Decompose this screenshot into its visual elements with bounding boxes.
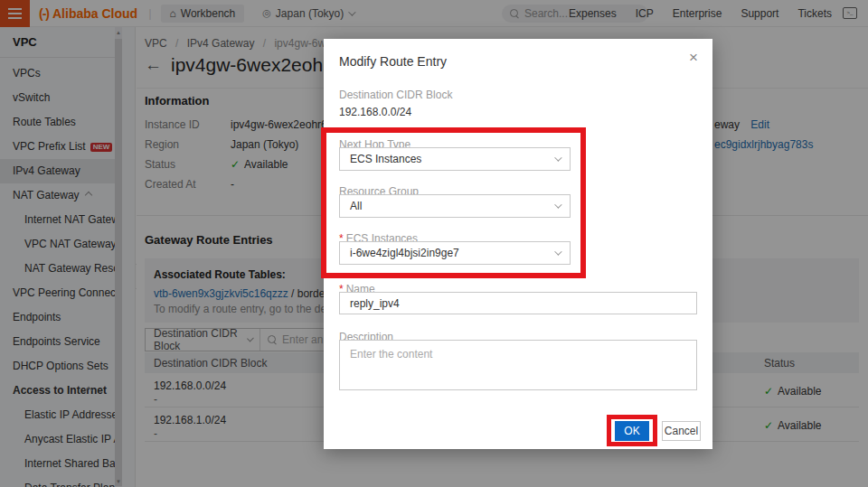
next-hop-type-select[interactable]: ECS Instances <box>339 147 571 171</box>
close-icon[interactable]: × <box>689 49 698 67</box>
chevron-down-icon <box>554 248 561 255</box>
resource-group-select[interactable]: All <box>339 194 571 218</box>
modal-title: Modify Route Entry <box>339 54 447 69</box>
chevron-down-icon <box>554 154 561 161</box>
chevron-down-icon <box>554 201 561 208</box>
ecs-instances-select[interactable]: i-6we4zigl4bjsi2in9ge7 <box>339 241 571 265</box>
cancel-button[interactable]: Cancel <box>662 421 701 441</box>
ok-button[interactable]: OK <box>615 421 649 441</box>
name-input[interactable] <box>339 292 697 314</box>
dest-cidr-label: Destination CIDR Block <box>339 89 452 101</box>
screen: (-)Alibaba Cloud | ⌂ Workbench ◎ Japan (… <box>0 0 868 487</box>
dest-cidr-value: 192.168.0.0/24 <box>339 106 411 118</box>
modify-route-entry-modal: Modify Route Entry × Destination CIDR Bl… <box>324 39 712 449</box>
description-textarea[interactable] <box>339 340 697 390</box>
